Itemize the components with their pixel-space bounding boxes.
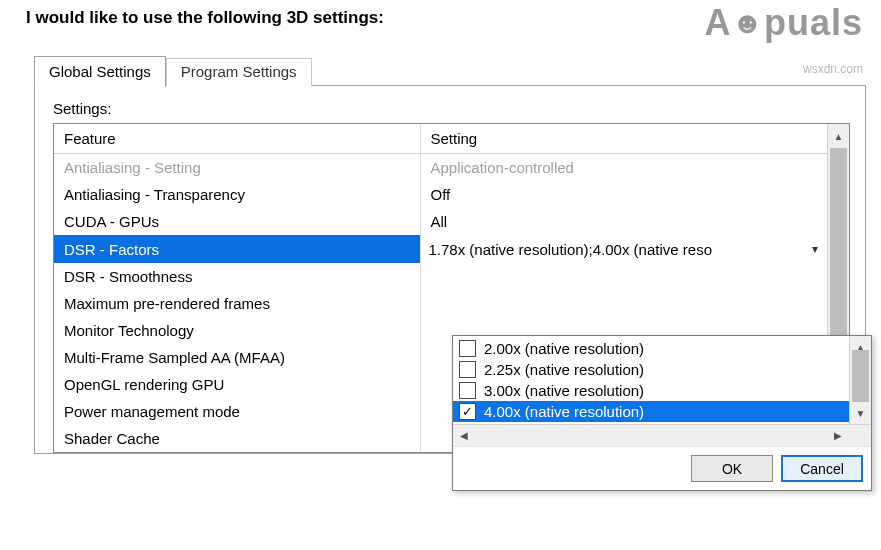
ok-button[interactable]: OK xyxy=(691,455,773,482)
checkbox-icon[interactable] xyxy=(459,382,476,399)
checkbox-icon[interactable] xyxy=(459,340,476,357)
cell-feature: Multi-Frame Sampled AA (MFAA) xyxy=(54,344,420,371)
scrollbar-thumb[interactable] xyxy=(830,148,847,358)
scroll-up-icon[interactable]: ▲ xyxy=(828,124,849,148)
popup-horizontal-scrollbar[interactable]: ◀ ▶ xyxy=(453,424,871,446)
cell-feature: Antialiasing - Transparency xyxy=(54,181,420,208)
cell-feature: CUDA - GPUs xyxy=(54,208,420,235)
dsr-option[interactable]: ✓ 4.00x (native resolution) xyxy=(453,401,849,422)
cell-feature: Monitor Technology xyxy=(54,317,420,344)
scroll-left-icon[interactable]: ◀ xyxy=(453,425,475,446)
cell-feature: Maximum pre-rendered frames xyxy=(54,290,420,317)
column-header-feature[interactable]: Feature xyxy=(54,124,420,154)
checkbox-icon[interactable] xyxy=(459,361,476,378)
tab-program-settings[interactable]: Program Settings xyxy=(166,58,312,86)
cell-setting: Off xyxy=(420,181,827,208)
dsr-option-label: 3.00x (native resolution) xyxy=(484,382,644,399)
column-header-setting[interactable]: Setting xyxy=(420,124,827,154)
tab-global-settings[interactable]: Global Settings xyxy=(34,56,166,87)
table-row[interactable]: Maximum pre-rendered frames xyxy=(54,290,827,317)
table-row[interactable]: CUDA - GPUs All xyxy=(54,208,827,235)
cell-feature: Antialiasing - Setting xyxy=(54,154,420,182)
dsr-option[interactable]: 2.25x (native resolution) xyxy=(453,359,849,380)
scroll-down-icon[interactable]: ▼ xyxy=(850,402,871,424)
popup-vertical-scrollbar[interactable]: ▲ ▼ xyxy=(849,336,871,424)
dsr-factors-popup: 2.00x (native resolution) 2.25x (native … xyxy=(452,335,872,491)
dropdown-value: 1.78x (native resolution);4.00x (native … xyxy=(429,241,806,258)
scroll-right-icon[interactable]: ▶ xyxy=(827,425,849,446)
dsr-option-label: 2.25x (native resolution) xyxy=(484,361,644,378)
cell-feature: Power management mode xyxy=(54,398,420,425)
cell-feature: OpenGL rendering GPU xyxy=(54,371,420,398)
cell-setting xyxy=(420,263,827,290)
cell-setting xyxy=(420,290,827,317)
table-row[interactable]: Antialiasing - Setting Application-contr… xyxy=(54,154,827,182)
cell-feature: DSR - Smoothness xyxy=(54,263,420,290)
dsr-option-label: 4.00x (native resolution) xyxy=(484,403,644,420)
cell-setting: All xyxy=(420,208,827,235)
dsr-option[interactable]: 3.00x (native resolution) xyxy=(453,380,849,401)
cell-feature: Shader Cache xyxy=(54,425,420,452)
scrollbar-corner xyxy=(849,425,871,446)
table-row[interactable]: DSR - Smoothness xyxy=(54,263,827,290)
cell-setting: Application-controlled xyxy=(420,154,827,182)
chevron-down-icon: ▾ xyxy=(805,242,825,256)
settings-label: Settings: xyxy=(53,100,847,117)
dsr-option[interactable]: 2.00x (native resolution) xyxy=(453,338,849,359)
scrollbar-track[interactable] xyxy=(475,425,827,446)
dsr-factors-dropdown[interactable]: 1.78x (native resolution);4.00x (native … xyxy=(420,235,827,263)
table-row[interactable]: Antialiasing - Transparency Off xyxy=(54,181,827,208)
cancel-button[interactable]: Cancel xyxy=(781,455,863,482)
dsr-options-list: 2.00x (native resolution) 2.25x (native … xyxy=(453,336,849,424)
table-row-dsr-factors[interactable]: DSR - Factors 1.78x (native resolution);… xyxy=(54,235,827,263)
cell-feature: DSR - Factors xyxy=(54,235,420,263)
watermark-logo: A☻puals xyxy=(704,2,863,44)
checkbox-checked-icon[interactable]: ✓ xyxy=(459,403,476,420)
scrollbar-thumb[interactable] xyxy=(852,350,869,402)
dsr-option-label: 2.00x (native resolution) xyxy=(484,340,644,357)
